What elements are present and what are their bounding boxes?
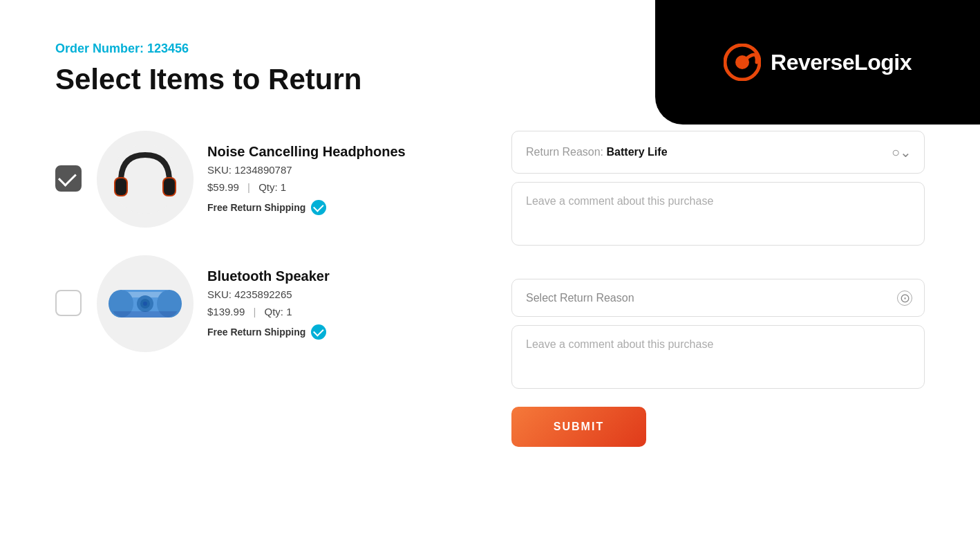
product-info-headphones: Noise Cancelling Headphones SKU: 1234890… bbox=[207, 144, 456, 215]
speaker-form-group: Select Return Reason Battery Life Wrong … bbox=[511, 279, 925, 389]
headphones-image-circle bbox=[97, 131, 194, 228]
return-reason-select-wrapper-headphones: Battery Life Return Reason: Battery Life… bbox=[511, 131, 925, 174]
product-price-qty-speaker: $139.99 | Qty: 1 bbox=[207, 306, 456, 318]
left-column: Noise Cancelling Headphones SKU: 1234890… bbox=[55, 131, 456, 447]
product-name-headphones: Noise Cancelling Headphones bbox=[207, 144, 456, 160]
comment-textarea-headphones[interactable] bbox=[511, 182, 925, 246]
checkbox-wrapper-speaker bbox=[55, 290, 83, 318]
shipping-check-icon-headphones bbox=[311, 200, 326, 215]
submit-button[interactable]: SUBMIT bbox=[511, 407, 646, 447]
product-item-headphones: Noise Cancelling Headphones SKU: 1234890… bbox=[55, 131, 456, 228]
right-column: Battery Life Return Reason: Battery Life… bbox=[511, 131, 925, 447]
product-name-speaker: Bluetooth Speaker bbox=[207, 268, 456, 284]
page-title: Select Items to Return bbox=[55, 63, 925, 96]
shipping-check-icon-speaker bbox=[311, 324, 326, 340]
items-section: Noise Cancelling Headphones SKU: 1234890… bbox=[55, 131, 925, 447]
product-item-speaker: Bluetooth Speaker SKU: 4235892265 $139.9… bbox=[55, 255, 456, 352]
svg-rect-15 bbox=[111, 311, 180, 318]
return-reason-select-wrapper-speaker: Select Return Reason Battery Life Wrong … bbox=[511, 279, 925, 317]
order-number: Order Number: 123456 bbox=[55, 42, 925, 56]
headphones-form-group: Battery Life Return Reason: Battery Life… bbox=[511, 131, 925, 246]
spacer bbox=[511, 257, 925, 268]
product-sku-speaker: SKU: 4235892265 bbox=[207, 288, 456, 300]
product-price-qty-headphones: $59.99 | Qty: 1 bbox=[207, 181, 456, 193]
free-shipping-headphones: Free Return Shipping bbox=[207, 200, 456, 215]
product-sku-headphones: SKU: 1234890787 bbox=[207, 164, 456, 176]
return-reason-select-speaker[interactable]: Select Return Reason Battery Life Wrong … bbox=[511, 279, 925, 317]
checkbox-headphones[interactable] bbox=[55, 165, 82, 192]
svg-rect-6 bbox=[164, 178, 175, 195]
main-content: Order Number: 123456 Select Items to Ret… bbox=[0, 0, 980, 552]
headphones-image bbox=[107, 141, 183, 217]
svg-rect-4 bbox=[115, 178, 126, 195]
product-info-speaker: Bluetooth Speaker SKU: 4235892265 $139.9… bbox=[207, 268, 456, 340]
checkbox-wrapper-headphones bbox=[55, 165, 83, 193]
free-shipping-speaker: Free Return Shipping bbox=[207, 324, 456, 340]
checkbox-speaker[interactable] bbox=[55, 290, 82, 316]
comment-textarea-speaker[interactable] bbox=[511, 325, 925, 389]
speaker-image-circle bbox=[97, 255, 194, 352]
svg-point-14 bbox=[143, 302, 147, 306]
speaker-image bbox=[107, 279, 183, 328]
